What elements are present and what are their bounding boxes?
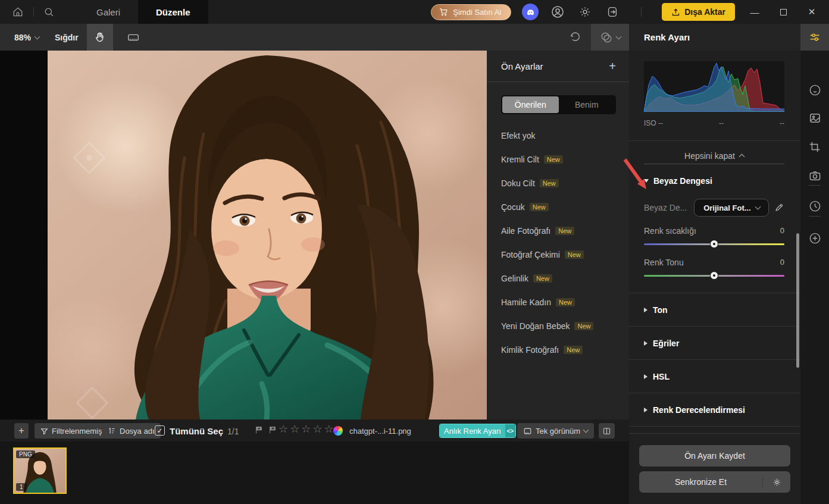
star-icon[interactable]: ☆	[290, 422, 299, 436]
cart-icon	[439, 7, 448, 17]
tool-camera[interactable]	[800, 164, 829, 187]
star-icon[interactable]: ☆	[312, 422, 322, 436]
star-rating[interactable]: ☆☆☆☆☆	[279, 422, 334, 436]
code-icon: <>	[505, 424, 515, 437]
discord-icon[interactable]	[522, 4, 539, 20]
temperature-slider-knob[interactable]	[710, 240, 718, 248]
preset-item[interactable]: Doku CiltNew	[487, 171, 629, 195]
search-icon[interactable]	[43, 7, 55, 18]
section-header-hsl[interactable]: HSL	[629, 360, 800, 393]
titlebar: Galeri Düzenle Şimdi Satın Al	[0, 0, 829, 24]
collapse-all-button[interactable]: Hepsini kapat	[644, 148, 784, 164]
section-header-e-riler[interactable]: Eğriler	[629, 327, 800, 360]
preset-item[interactable]: Efekt yok	[487, 124, 629, 148]
buy-now-button[interactable]: Şimdi Satın Al	[431, 4, 511, 20]
triangle-right-icon	[644, 408, 647, 412]
sort-label: Dosya adı	[120, 427, 155, 436]
gear-icon	[772, 477, 782, 487]
minimize-button[interactable]: —	[746, 7, 764, 17]
preset-item[interactable]: Kremli CiltNew	[487, 148, 629, 171]
collapsed-sections: TonEğrilerHSLRenk Derecelendirmesi	[629, 293, 800, 427]
tab-gallery[interactable]: Galeri	[79, 0, 138, 24]
preset-item[interactable]: Hamile KadınNew	[487, 290, 629, 314]
sort-button[interactable]: Dosya adı	[102, 423, 161, 439]
maximize-button[interactable]	[774, 7, 792, 17]
preset-list: Efekt yokKremli CiltNewDoku CiltNewÇocuk…	[487, 124, 629, 362]
color-panel-title: Renk Ayarı	[629, 24, 800, 51]
pan-hand-tool[interactable]	[87, 24, 113, 51]
flag-reject-icon[interactable]	[268, 425, 277, 434]
split-view-button[interactable]	[599, 423, 615, 439]
photo-thumbnail[interactable]: PNG 1	[13, 447, 67, 494]
preset-item[interactable]: Fotoğraf ÇekimiNew	[487, 243, 629, 267]
preset-label: Kremli Cilt	[501, 155, 539, 164]
current-filename: chatgpt-...i-11.png	[349, 427, 411, 436]
eyedropper-icon[interactable]	[774, 202, 784, 213]
save-preset-button[interactable]: Ön Ayarı Kaydet	[639, 445, 790, 467]
sync-button-group: Senkronize Et	[639, 471, 790, 493]
temperature-label: Renk sıcaklığı	[644, 226, 696, 236]
triangle-right-icon	[644, 308, 647, 312]
quick-start-icon[interactable]	[604, 4, 621, 20]
filmstrip: PNG 1	[0, 442, 629, 504]
filter-button[interactable]: Filtrelenmemiş	[35, 423, 108, 439]
tint-slider[interactable]	[644, 275, 784, 277]
tool-color-adjust[interactable]	[800, 24, 829, 51]
export-button[interactable]: Dışa Aktar	[662, 3, 735, 21]
view-mode-dropdown[interactable]: Tek görünüm	[517, 423, 594, 439]
preset-item[interactable]: ÇocukNew	[487, 195, 629, 219]
section-header-renk-derecelendirmesi[interactable]: Renk Derecelendirmesi	[629, 393, 800, 427]
undo-icon	[569, 32, 581, 43]
add-preset-button[interactable]: +	[609, 60, 616, 72]
preset-item[interactable]: Yeni Doğan BebekNew	[487, 314, 629, 338]
account-icon[interactable]	[549, 4, 566, 20]
tab-edit[interactable]: Düzenle	[138, 0, 208, 24]
sort-icon	[108, 427, 116, 435]
tool-crop[interactable]	[800, 135, 829, 159]
star-icon[interactable]: ☆	[301, 422, 311, 436]
temperature-slider[interactable]	[644, 243, 784, 245]
filmstrip-toggle[interactable]	[121, 24, 145, 51]
home-icon[interactable]	[12, 6, 24, 18]
star-icon[interactable]: ☆	[324, 422, 334, 436]
new-badge: New	[574, 322, 593, 330]
undo-button[interactable]	[562, 24, 588, 51]
hand-icon	[94, 32, 105, 43]
fit-button[interactable]: Sığdır	[55, 33, 79, 42]
sync-button[interactable]: Senkronize Et	[639, 477, 763, 487]
tint-slider-knob[interactable]	[710, 271, 718, 280]
white-balance-section-header[interactable]: Beyaz Dengesi	[644, 176, 712, 186]
image-canvas[interactable]	[0, 51, 487, 420]
tool-add[interactable]	[800, 226, 829, 250]
tool-background[interactable]	[800, 106, 829, 130]
view-mode-label: Tek görünüm	[536, 427, 580, 436]
sync-settings-button[interactable]	[763, 477, 790, 487]
close-button[interactable]: ✕	[803, 7, 821, 17]
compare-view-button[interactable]	[591, 24, 629, 51]
flag-pick-icon[interactable]	[255, 425, 264, 434]
tab-mine[interactable]: Benim	[559, 96, 615, 113]
tab-mine-label: Benim	[575, 100, 599, 109]
section-label: Eğriler	[653, 339, 679, 348]
buy-now-label: Şimdi Satın Al	[453, 8, 501, 17]
select-all-checkbox[interactable]: ✓	[155, 425, 165, 436]
zoom-level-select[interactable]: 88%	[14, 33, 39, 42]
panel-scrollbar[interactable]	[796, 233, 799, 368]
add-photo-button[interactable]: +	[14, 423, 29, 439]
new-badge: New	[556, 298, 575, 306]
titlebar-divider	[641, 7, 642, 17]
tool-portrait-retouch[interactable]	[800, 78, 829, 102]
star-icon[interactable]: ☆	[279, 422, 288, 436]
preset-item[interactable]: GelinlikNew	[487, 267, 629, 290]
color-label-wheel-icon[interactable]	[333, 426, 343, 436]
settings-gear-icon[interactable]	[577, 4, 593, 20]
tab-recommended[interactable]: Önerilen	[502, 96, 559, 113]
photo-editor-window: Galeri Düzenle Şimdi Satın Al	[0, 0, 829, 504]
sidebar-divider	[809, 216, 821, 217]
preset-item[interactable]: Kimlik FotoğrafıNew	[487, 338, 629, 362]
temperature-value: 0	[780, 226, 784, 236]
tool-history[interactable]	[800, 194, 829, 218]
section-header-ton[interactable]: Ton	[629, 293, 800, 327]
white-balance-dropdown[interactable]: Orijinal Fot...	[694, 199, 769, 217]
preset-item[interactable]: Aile FotoğrafıNew	[487, 219, 629, 243]
